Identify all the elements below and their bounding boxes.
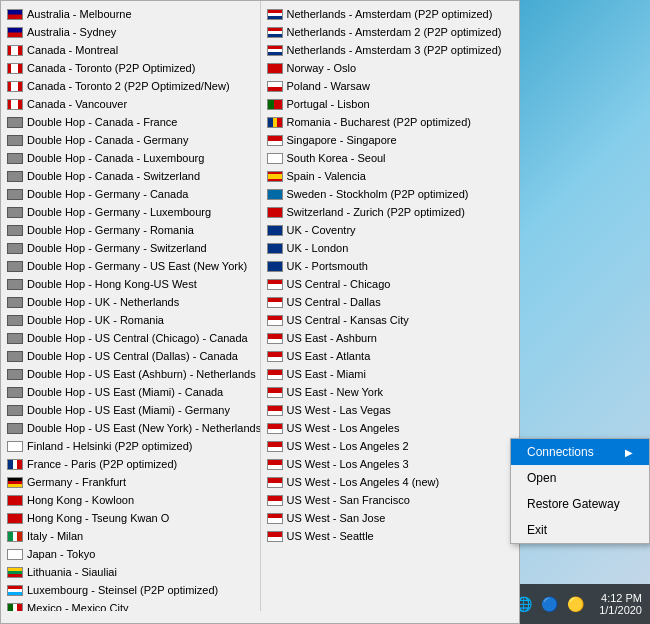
list-item[interactable]: Double Hop - Canada - Germany	[3, 131, 258, 149]
list-item[interactable]: US West - Los Angeles 2	[263, 437, 518, 455]
list-item[interactable]: Double Hop - Hong Kong-US West	[3, 275, 258, 293]
flag-icon	[7, 279, 23, 290]
list-item[interactable]: Double Hop - Germany - Romania	[3, 221, 258, 239]
flag-icon	[267, 513, 283, 524]
list-item[interactable]: Canada - Montreal	[3, 41, 258, 59]
list-item[interactable]: Double Hop - US Central (Dallas) - Canad…	[3, 347, 258, 365]
list-item[interactable]: Portugal - Lisbon	[263, 95, 518, 113]
context-menu-item[interactable]: Restore Gateway	[511, 491, 649, 517]
flag-icon	[267, 405, 283, 416]
list-item[interactable]: Double Hop - Canada - France	[3, 113, 258, 131]
list-item[interactable]: Hong Kong - Tseung Kwan O	[3, 509, 258, 527]
flag-icon	[267, 477, 283, 488]
list-item[interactable]: US East - Miami	[263, 365, 518, 383]
list-item[interactable]: Double Hop - US East (Miami) - Canada	[3, 383, 258, 401]
flag-icon	[7, 45, 23, 56]
list-item[interactable]: Double Hop - Canada - Switzerland	[3, 167, 258, 185]
list-item[interactable]: UK - London	[263, 239, 518, 257]
list-item[interactable]: US West - Los Angeles 4 (new)	[263, 473, 518, 491]
list-item[interactable]: Sweden - Stockholm (P2P optimized)	[263, 185, 518, 203]
context-menu-item[interactable]: Connections▶	[511, 439, 649, 465]
list-item[interactable]: Netherlands - Amsterdam 3 (P2P optimized…	[263, 41, 518, 59]
list-item[interactable]: Lithuania - Siauliai	[3, 563, 258, 581]
server-label: Canada - Vancouver	[27, 96, 127, 112]
list-item[interactable]: Double Hop - US Central (Chicago) - Cana…	[3, 329, 258, 347]
list-item[interactable]: UK - Coventry	[263, 221, 518, 239]
list-item[interactable]: Switzerland - Zurich (P2P optimized)	[263, 203, 518, 221]
list-item[interactable]: US Central - Kansas City	[263, 311, 518, 329]
flag-icon	[7, 369, 23, 380]
list-item[interactable]: US West - San Jose	[263, 509, 518, 527]
flag-icon	[267, 423, 283, 434]
context-menu-item[interactable]: Exit	[511, 517, 649, 543]
list-item[interactable]: US Central - Dallas	[263, 293, 518, 311]
flag-icon	[267, 45, 283, 56]
server-label: UK - London	[287, 240, 349, 256]
list-item[interactable]: US West - Los Angeles 3	[263, 455, 518, 473]
server-label: Netherlands - Amsterdam 2 (P2P optimized…	[287, 24, 502, 40]
server-label: Double Hop - US East (Ashburn) - Netherl…	[27, 366, 256, 382]
list-item[interactable]: US Central - Chicago	[263, 275, 518, 293]
flag-icon	[267, 333, 283, 344]
flag-icon	[7, 9, 23, 20]
list-item[interactable]: Singapore - Singapore	[263, 131, 518, 149]
list-item[interactable]: Canada - Toronto (P2P Optimized)	[3, 59, 258, 77]
server-label: Romania - Bucharest (P2P optimized)	[287, 114, 471, 130]
context-menu-item[interactable]: Open	[511, 465, 649, 491]
list-item[interactable]: US West - Las Vegas	[263, 401, 518, 419]
list-item[interactable]: Finland - Helsinki (P2P optimized)	[3, 437, 258, 455]
list-item[interactable]: US East - Atlanta	[263, 347, 518, 365]
server-label: Double Hop - Canada - Luxembourg	[27, 150, 204, 166]
list-item[interactable]: Double Hop - UK - Romania	[3, 311, 258, 329]
list-item[interactable]: Double Hop - Germany - US East (New York…	[3, 257, 258, 275]
list-item[interactable]: Australia - Sydney	[3, 23, 258, 41]
list-item[interactable]: Double Hop - Germany - Switzerland	[3, 239, 258, 257]
list-item[interactable]: Germany - Frankfurt	[3, 473, 258, 491]
list-item[interactable]: Double Hop - US East (Miami) - Germany	[3, 401, 258, 419]
context-item-label: Connections	[527, 445, 594, 459]
list-item[interactable]: Hong Kong - Kowloon	[3, 491, 258, 509]
list-item[interactable]: Netherlands - Amsterdam 2 (P2P optimized…	[263, 23, 518, 41]
list-item[interactable]: Poland - Warsaw	[263, 77, 518, 95]
list-item[interactable]: Double Hop - Germany - Canada	[3, 185, 258, 203]
list-item[interactable]: US East - Ashburn	[263, 329, 518, 347]
list-item[interactable]: Canada - Toronto 2 (P2P Optimized/New)	[3, 77, 258, 95]
list-item[interactable]: UK - Portsmouth	[263, 257, 518, 275]
list-item[interactable]: Canada - Vancouver	[3, 95, 258, 113]
list-item[interactable]: Double Hop - US East (New York) - Nether…	[3, 419, 258, 437]
list-item[interactable]: Japan - Tokyo	[3, 545, 258, 563]
list-item[interactable]: Netherlands - Amsterdam (P2P optimized)	[263, 5, 518, 23]
right-column: Netherlands - Amsterdam (P2P optimized)N…	[261, 1, 520, 611]
flag-icon	[267, 279, 283, 290]
list-item[interactable]: France - Paris (P2P optimized)	[3, 455, 258, 473]
flag-icon	[7, 207, 23, 218]
taskbar-icon-5[interactable]: 🔵	[539, 594, 559, 614]
server-label: Singapore - Singapore	[287, 132, 397, 148]
list-item[interactable]: Double Hop - UK - Netherlands	[3, 293, 258, 311]
list-item[interactable]: Double Hop - Germany - Luxembourg	[3, 203, 258, 221]
list-item[interactable]: Italy - Milan	[3, 527, 258, 545]
flag-icon	[267, 27, 283, 38]
taskbar-icon-6[interactable]: 🟡	[565, 594, 585, 614]
flag-icon	[7, 531, 23, 542]
list-item[interactable]: Luxembourg - Steinsel (P2P optimized)	[3, 581, 258, 599]
server-label: France - Paris (P2P optimized)	[27, 456, 177, 472]
server-label: Luxembourg - Steinsel (P2P optimized)	[27, 582, 218, 598]
list-item[interactable]: South Korea - Seoul	[263, 149, 518, 167]
list-item[interactable]: US East - New York	[263, 383, 518, 401]
list-item[interactable]: US West - Los Angeles	[263, 419, 518, 437]
server-label: Mexico - Mexico City	[27, 600, 128, 611]
list-item[interactable]: Double Hop - Canada - Luxembourg	[3, 149, 258, 167]
server-label: US West - San Jose	[287, 510, 386, 526]
list-item[interactable]: Norway - Oslo	[263, 59, 518, 77]
flag-icon	[267, 207, 283, 218]
flag-icon	[7, 225, 23, 236]
list-item[interactable]: Spain - Valencia	[263, 167, 518, 185]
list-item[interactable]: Double Hop - US East (Ashburn) - Netherl…	[3, 365, 258, 383]
server-label: Spain - Valencia	[287, 168, 366, 184]
list-item[interactable]: US West - Seattle	[263, 527, 518, 545]
list-item[interactable]: Mexico - Mexico City	[3, 599, 258, 611]
list-item[interactable]: US West - San Francisco	[263, 491, 518, 509]
list-item[interactable]: Romania - Bucharest (P2P optimized)	[263, 113, 518, 131]
list-item[interactable]: Australia - Melbourne	[3, 5, 258, 23]
